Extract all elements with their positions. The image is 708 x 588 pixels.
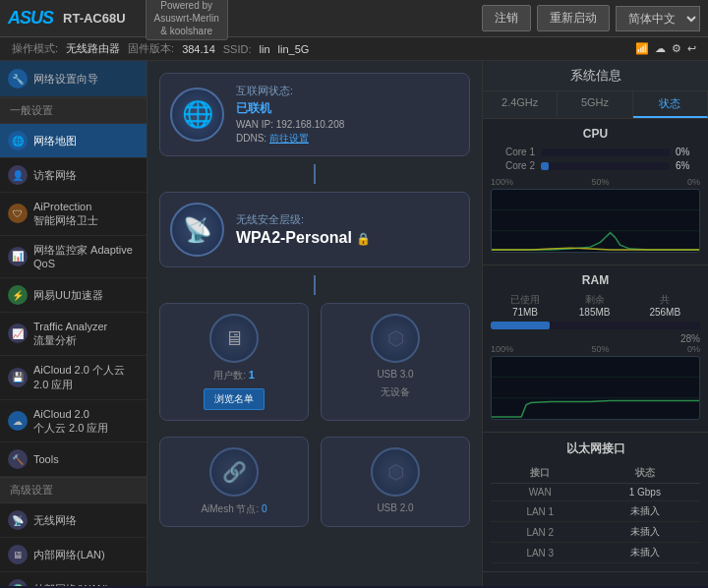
traffic-icon: 📈 (8, 323, 28, 343)
browse-clients-button[interactable]: 浏览名单 (204, 388, 265, 410)
wizard-icon: 🔧 (8, 69, 28, 88)
internet-status-val: 已联机 (236, 100, 459, 117)
connector-2 (159, 275, 470, 295)
wpa-status: WPA2-Personal 🔒 (236, 229, 459, 247)
aicloud-label: AiCloud 2.0个人云 2.0 应用 (33, 407, 108, 436)
sidebar-item-network-map[interactable]: 🌐 网络地图 (0, 124, 147, 158)
ram-total-label: 共 (649, 293, 680, 307)
traffic-label: Traffic Analyzer流量分析 (33, 320, 107, 348)
firmware-val: 384.14 (182, 43, 215, 55)
sidebar-item-aiprotection[interactable]: 🛡 AiProtection智能网络卫士 (0, 193, 147, 236)
sidebar-item-wan[interactable]: 🌍 外部网络(WAN) (0, 572, 147, 586)
network-map-icon: 🌐 (8, 131, 28, 150)
eth-table-row: LAN 1未插入 (491, 501, 700, 522)
general-section-header: 一般设置 (0, 97, 147, 124)
ram-total-val: 256MB (649, 307, 680, 318)
cpu-section: CPU Core 1 0% Core 2 6% (483, 119, 708, 265)
asus-logo: ASUS (8, 8, 53, 29)
cpu-chart-label-100: 100% (491, 177, 513, 187)
wan-label: 外部网络(WAN) (33, 582, 109, 586)
cancel-button[interactable]: 注销 (482, 5, 531, 31)
status-bar: 操作模式: 无线路由器 固件版本: 384.14 SSID: lin lin_5… (0, 37, 708, 61)
eth-section: 以太网接口 接口 状态 WAN1 GbpsLAN 1未插入LAN 2未插入LAN… (483, 433, 708, 572)
usb3-val: 无设备 (381, 385, 410, 399)
ram-chart-50: 50% (592, 344, 610, 354)
sidebar-item-wireless[interactable]: 📡 无线网络 (0, 503, 147, 538)
tools-icon: 🔨 (8, 449, 28, 469)
usb2-node: ⬡ USB 2.0 (321, 437, 470, 527)
ram-chart-100: 100% (491, 344, 513, 354)
ram-pct: 28% (491, 333, 700, 344)
setup-wizard-item[interactable]: 🔧 网络设置向导 (0, 61, 147, 97)
ram-chart-svg (492, 357, 699, 419)
tab-2g[interactable]: 2.4GHz (483, 91, 558, 118)
wireless-icon: 📡 (8, 510, 28, 530)
powered-by: Powered by Asuswrt-Merlin & koolshare (146, 0, 228, 40)
tab-status[interactable]: 状态 (633, 91, 708, 118)
wan-ip-val: 192.168.10.208 (276, 119, 345, 130)
connector-line-2 (314, 275, 316, 295)
cpu-core2-label: Core 2 (491, 160, 535, 171)
cpu-chart-svg (492, 190, 699, 252)
advanced-section-header: 高级设置 (0, 477, 147, 503)
usb3-label: USB 3.0 (377, 369, 413, 380)
ram-chart (491, 356, 700, 420)
ddns-detail: DDNS: 前往设置 (236, 132, 459, 146)
sidebar: 🔧 网络设置向导 一般设置 🌐 网络地图 👤 访客网络 🛡 AiProtecti… (0, 61, 148, 586)
ssid-label: SSID: (223, 43, 252, 55)
router-info: 无线安全层级: WPA2-Personal 🔒 (236, 212, 459, 247)
ddns-label: DDNS: (236, 133, 266, 144)
eth-title: 以太网接口 (491, 441, 700, 457)
ram-free-stat: 剩余 185MB (579, 293, 611, 318)
sidebar-item-guest-network[interactable]: 👤 访客网络 (0, 158, 147, 193)
aimesh-icon: 🔗 (209, 447, 259, 497)
wifi-status-icon: 📶 (635, 42, 649, 55)
cpu-core2-bar-fill (541, 162, 549, 170)
cpu-chart-label-50: 50% (592, 177, 610, 187)
sidebar-item-aicloud[interactable]: ☁ AiCloud 2.0个人云 2.0 应用 (0, 400, 147, 443)
eth-status: 未插入 (590, 522, 700, 543)
sidebar-item-usb-apps[interactable]: 💾 AiCloud 2.0 个人云 2.0 应用 (0, 356, 147, 400)
lock-icon: 🔒 (356, 232, 371, 246)
ram-stats: 已使用 71MB 剩余 185MB 共 256MB (491, 293, 700, 318)
sidebar-item-uu-accel[interactable]: ⚡ 网易UU加速器 (0, 278, 147, 313)
sidebar-item-traffic-analyzer[interactable]: 📈 Traffic Analyzer流量分析 (0, 313, 147, 356)
sidebar-item-adaptive-qos[interactable]: 📊 网络监控家 Adaptive QoS (0, 236, 147, 279)
cloud-icon: ☁ (655, 42, 666, 55)
wireless-label: 无线网络 (33, 513, 77, 528)
sidebar-item-tools[interactable]: 🔨 Tools (0, 442, 147, 477)
cpu-title: CPU (491, 127, 700, 141)
qos-icon: 📊 (8, 247, 28, 266)
eth-table-row: WAN1 Gbps (491, 484, 700, 501)
qos-label: 网络监控家 Adaptive QoS (33, 243, 139, 271)
usb2-icon: ⬡ (371, 447, 420, 497)
eth-table-row: LAN 2未插入 (491, 522, 700, 543)
router-node: 📡 无线安全层级: WPA2-Personal 🔒 (159, 192, 470, 267)
eth-port: LAN 3 (491, 543, 590, 563)
status-icons: 📶 ☁ ⚙ ↩ (635, 42, 696, 55)
ram-used-stat: 已使用 71MB (510, 293, 540, 318)
eth-port: WAN (491, 484, 590, 501)
clients-val: 1 (249, 369, 255, 381)
eth-port: LAN 1 (491, 501, 590, 522)
sidebar-item-lan[interactable]: 🖥 内部网络(LAN) (0, 538, 147, 572)
router-icon: 📡 (170, 203, 224, 257)
cpu-core2-val: 6% (676, 160, 700, 171)
wan-icon: 🌍 (8, 579, 28, 586)
wan-ip-label: WAN IP: (236, 119, 273, 130)
topbar: ASUS RT-AC68U Powered by Asuswrt-Merlin … (0, 0, 708, 37)
ram-chart-labels: 100% 50% 0% (491, 344, 700, 354)
shield-icon: 🛡 (8, 204, 28, 223)
ddns-link[interactable]: 前往设置 (269, 133, 309, 144)
aimesh-node: 🔗 AiMesh 节点: 0 (159, 437, 309, 527)
restart-button[interactable]: 重新启动 (537, 5, 610, 31)
language-select[interactable]: 简体中文 (616, 6, 700, 31)
cpu-core1-bar-bg (541, 148, 670, 156)
tab-5g[interactable]: 5GHz (558, 91, 632, 118)
cpu-chart (491, 189, 700, 253)
ram-used-val: 71MB (510, 307, 540, 318)
aicloud-icon: ☁ (8, 411, 28, 431)
cpu-cores: Core 1 0% Core 2 6% (491, 147, 700, 171)
ssid-5g-val: lin_5G (278, 43, 310, 55)
cpu-core1-row: Core 1 0% (491, 147, 700, 157)
